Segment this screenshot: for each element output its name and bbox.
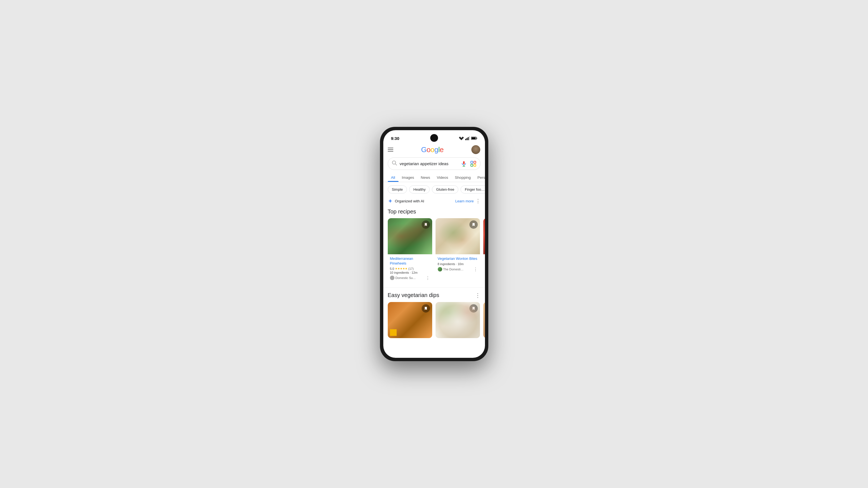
tab-images[interactable]: Images	[399, 173, 417, 182]
recipe-card-2[interactable]: Vegetarian Wonton Bites 8 ingredients · …	[436, 218, 480, 283]
recipe-image-2	[436, 218, 480, 254]
search-input[interactable]	[400, 161, 458, 166]
dip-image-2	[436, 302, 480, 338]
dip-bookmark-1[interactable]	[422, 304, 430, 313]
source-avatar-2	[438, 267, 442, 271]
wifi-icon	[459, 136, 464, 140]
recipe-info-2: Vegetarian Wonton Bites 8 ingredients · …	[436, 254, 480, 274]
ai-organized-bar: Organized with AI Learn more ⋮	[383, 197, 485, 207]
status-icons	[459, 136, 477, 140]
svg-rect-3	[468, 137, 469, 140]
svg-rect-2	[466, 138, 467, 140]
recipe-image-3	[483, 218, 485, 254]
lens-icon[interactable]	[470, 161, 476, 167]
rating-number-1: 5.0	[390, 267, 394, 270]
tab-shopping[interactable]: Shopping	[452, 173, 474, 182]
recipe-rating-1: 5.0 ★★★★★ (17)	[390, 267, 430, 270]
menu-button[interactable]	[388, 148, 393, 152]
recipe-cards-row: Mediterranean Pinwheels 5.0 ★★★★★ (17) 1…	[383, 218, 485, 283]
card-more-1[interactable]: ⋮	[426, 275, 430, 281]
recipe-source-1: Domestic Su… ⋮	[390, 275, 430, 281]
bookmark-button-1[interactable]	[422, 220, 430, 229]
recipe-card-3[interactable]: Veg… 7 in…	[483, 218, 485, 283]
recipe-info-3: Veg… 7 in…	[483, 254, 485, 273]
recipe-source-2: The Domesti… ⋮	[438, 267, 478, 272]
svg-rect-13	[470, 161, 472, 163]
dip-card-3[interactable]	[483, 302, 485, 338]
search-bar-icons	[461, 161, 476, 167]
svg-rect-7	[471, 137, 475, 139]
tab-news[interactable]: News	[417, 173, 434, 182]
signal-icon	[465, 136, 470, 140]
search-bar[interactable]	[388, 157, 480, 170]
chip-healthy[interactable]: Healthy	[409, 186, 430, 193]
recipe-info-1: Mediterranean Pinwheels 5.0 ★★★★★ (17) 1…	[388, 254, 432, 283]
mic-icon[interactable]	[461, 161, 467, 167]
easy-dips-more[interactable]: ⋮	[475, 292, 480, 299]
source-avatar-1	[390, 275, 395, 280]
recipe-meta-2: 8 ingredients · 10m	[438, 262, 478, 266]
ai-bar-right: Learn more ⋮	[455, 198, 480, 204]
rating-count-1: (17)	[408, 267, 414, 270]
bookmark-button-2[interactable]	[469, 220, 478, 229]
more-options-button[interactable]: ⋮	[475, 198, 480, 204]
dip-image-3	[483, 302, 485, 338]
chip-finger-food[interactable]: Finger foo…	[461, 186, 485, 193]
svg-rect-1	[465, 139, 466, 140]
easy-dips-title: Easy vegetarian dips	[388, 292, 439, 298]
ai-label: Organized with AI	[395, 199, 425, 203]
dip-bookmark-2[interactable]	[469, 304, 478, 313]
battery-icon	[471, 137, 477, 140]
avatar[interactable]	[471, 145, 480, 154]
tab-bar: All Images News Videos Shopping Pers…	[383, 173, 485, 182]
svg-rect-10	[463, 161, 465, 164]
ai-sparkle-icon	[388, 198, 393, 203]
svg-rect-4	[469, 136, 470, 140]
stars-1: ★★★★★	[395, 267, 407, 270]
chip-gluten-free[interactable]: Gluten-free	[432, 186, 458, 193]
svg-line-9	[395, 164, 397, 165]
learn-more-link[interactable]: Learn more	[455, 199, 473, 203]
source-name-1: Domestic Su…	[390, 275, 416, 280]
chip-simple[interactable]: Simple	[388, 186, 407, 193]
avatar-image	[471, 145, 480, 154]
svg-rect-6	[476, 138, 477, 139]
phone-frame: 9:30	[380, 127, 488, 361]
recipe-title-2: Vegetarian Wonton Bites	[438, 257, 478, 261]
tab-all[interactable]: All	[388, 173, 399, 182]
dip-badge	[390, 329, 397, 336]
dip-card-1[interactable]	[388, 302, 432, 338]
search-icon	[392, 160, 397, 167]
recipe-card-1[interactable]: Mediterranean Pinwheels 5.0 ★★★★★ (17) 1…	[388, 218, 432, 283]
card-more-2[interactable]: ⋮	[473, 267, 478, 272]
google-logo: Google	[421, 145, 443, 154]
status-time: 9:30	[391, 136, 399, 141]
tab-videos[interactable]: Videos	[434, 173, 452, 182]
header: Google	[383, 142, 485, 156]
filter-chips: Simple Healthy Gluten-free Finger foo…	[383, 182, 485, 197]
svg-rect-15	[470, 164, 472, 166]
svg-marker-0	[459, 137, 464, 140]
easy-dips-header: Easy vegetarian dips ⋮	[383, 288, 485, 302]
tab-personal[interactable]: Pers…	[474, 173, 485, 182]
dip-cards-row	[383, 302, 485, 338]
dip-card-2[interactable]	[436, 302, 480, 338]
recipe-image-1	[388, 218, 432, 254]
main-content[interactable]: Google	[383, 142, 485, 358]
dip-image-1	[388, 302, 432, 338]
top-recipes-title: Top recipes	[383, 207, 485, 218]
recipe-title-1: Mediterranean Pinwheels	[390, 257, 430, 266]
ai-bar-left: Organized with AI	[388, 198, 425, 203]
svg-rect-16	[473, 164, 475, 166]
phone-screen: 9:30	[383, 130, 485, 358]
svg-rect-14	[473, 161, 475, 163]
source-name-2: The Domesti…	[438, 267, 464, 271]
recipe-meta-1: 10 ingredients · 12m	[390, 271, 430, 274]
camera-notch	[430, 134, 438, 142]
